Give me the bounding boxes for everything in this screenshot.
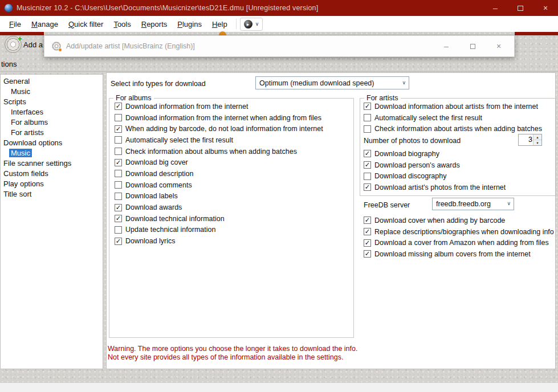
checkbox-row[interactable]: Automatically select the first result (364, 112, 552, 124)
tree-item-scripts[interactable]: Scripts (1, 96, 103, 107)
checkbox[interactable] (364, 150, 371, 157)
menu-manage[interactable]: Manage (26, 17, 63, 31)
checkbox[interactable] (115, 193, 122, 200)
main-titlebar[interactable]: Musicnizer 10.2 - C:\Users\User\Document… (0, 0, 558, 16)
info-type-label: Select info types for download (111, 80, 206, 88)
checkbox[interactable] (115, 181, 122, 189)
checkbox-row[interactable]: Download discography (364, 170, 552, 182)
menu-plugins[interactable]: Plugins (172, 17, 207, 31)
add-button-label[interactable]: Add a (23, 40, 43, 49)
checkbox[interactable] (115, 103, 122, 110)
spinner-buttons: ▲ ▼ (533, 134, 541, 145)
spinner-up-button[interactable]: ▲ (533, 134, 541, 140)
menu-separator (236, 19, 237, 29)
checkbox-row[interactable]: Download labels (115, 191, 348, 202)
checkbox[interactable] (115, 170, 122, 177)
window-controls: – × (483, 0, 558, 16)
tree-item-music[interactable]: Music (1, 86, 103, 96)
tree-item-file-scanner[interactable]: File scanner settings (1, 158, 103, 168)
checkbox[interactable] (115, 125, 122, 133)
checkbox-label: Download awards (125, 203, 182, 211)
options-tree: General Music Scripts Interfaces For alb… (0, 74, 103, 369)
checkbox[interactable] (364, 161, 371, 169)
checkbox-label: Download information from the internet w… (125, 114, 321, 122)
tree-item-title-sort[interactable]: Title sort (1, 189, 103, 199)
play-dropdown-button[interactable]: ▶ ∨ (240, 18, 263, 31)
menu-quick-filter[interactable]: Quick filter (63, 17, 108, 31)
checkbox[interactable] (115, 226, 122, 234)
checkbox[interactable] (364, 217, 371, 224)
extra-checkbox-list: Download cover when adding by barcode Re… (364, 215, 552, 260)
checkbox[interactable] (364, 103, 371, 110)
checkbox-row[interactable]: Download person's awards (364, 160, 552, 171)
checkbox-row[interactable]: Download cover when adding by barcode (364, 215, 552, 226)
checkbox-row[interactable]: Download awards (115, 202, 348, 213)
spinner-value[interactable]: 3 (519, 134, 533, 145)
menu-help[interactable]: Help (207, 17, 233, 31)
checkbox-row[interactable]: When adding by barcode, do not load info… (115, 123, 348, 134)
checkbox-row[interactable]: Download lyrics (115, 235, 348, 247)
menu-reports[interactable]: Reports (136, 17, 173, 31)
checkbox[interactable] (115, 204, 122, 211)
tree-item-download-options[interactable]: Download options (1, 137, 103, 148)
checkbox-row[interactable]: Replace descriptions/biographies when do… (364, 226, 552, 238)
checkbox-row[interactable]: Check information about albums when addi… (115, 146, 348, 157)
checkbox[interactable] (364, 183, 371, 191)
checkbox-row[interactable]: Download artist's photos from the intern… (364, 182, 552, 193)
freedb-server-label: FreeDB server (364, 201, 410, 209)
tree-item-for-albums[interactable]: For albums (1, 117, 103, 127)
checkbox-row[interactable]: Download information from the internet w… (115, 112, 348, 124)
artists-checkbox-list-top: Download information about artists from … (364, 101, 552, 134)
checkbox-row[interactable]: Download technical information (115, 213, 348, 224)
dialog-maximize-button[interactable] (459, 36, 486, 56)
menu-file[interactable]: File (4, 17, 26, 31)
checkbox-row[interactable]: Download description (115, 168, 348, 179)
maximize-icon (470, 44, 475, 49)
maximize-icon (518, 6, 523, 11)
checkbox-label: Update technical information (125, 226, 215, 234)
maximize-button[interactable] (508, 0, 533, 16)
tree-item-interfaces[interactable]: Interfaces (1, 107, 103, 117)
checkbox[interactable] (364, 239, 371, 247)
checkbox[interactable] (115, 114, 122, 121)
checkbox[interactable] (364, 125, 371, 133)
tree-item-for-artists[interactable]: For artists (1, 127, 103, 137)
checkbox[interactable] (115, 238, 122, 245)
checkbox[interactable] (364, 114, 371, 121)
checkbox[interactable] (115, 148, 122, 155)
tree-item-general[interactable]: General (1, 76, 103, 86)
checkbox-row[interactable]: Download biography (364, 148, 552, 160)
photos-count-spinner[interactable]: 3 ▲ ▼ (518, 134, 542, 146)
menubar: File Manage Quick filter Tools Reports P… (0, 16, 558, 32)
dialog-close-button[interactable]: × (486, 36, 512, 56)
checkbox[interactable] (115, 136, 122, 144)
tree-item-download-music[interactable]: Music (1, 148, 103, 158)
menu-tools[interactable]: Tools (108, 17, 136, 31)
checkbox[interactable] (364, 250, 371, 258)
checkbox-label: Download biography (374, 150, 439, 158)
checkbox-row[interactable]: Download information about artists from … (364, 101, 552, 112)
info-type-combobox[interactable]: Optimum (medium download speed) ∨ (255, 76, 409, 89)
checkbox[interactable] (115, 159, 122, 166)
checkbox[interactable] (364, 173, 371, 180)
freedb-server-combobox[interactable]: freedb.freedb.org ∨ (432, 198, 514, 210)
checkbox[interactable] (115, 215, 122, 222)
checkbox-row[interactable]: Download missing album covers from the i… (364, 248, 552, 260)
checkbox[interactable] (364, 228, 371, 235)
tree-item-play-options[interactable]: Play options (1, 178, 103, 189)
checkbox-row[interactable]: Automatically select the first result (115, 134, 348, 146)
photos-count-label: Number of photos to download (364, 137, 461, 145)
minimize-button[interactable]: – (483, 0, 508, 16)
checkbox-label: Download person's awards (374, 161, 460, 169)
dialog-minimize-button[interactable]: – (433, 36, 459, 56)
tree-item-custom-fields[interactable]: Custom fields (1, 168, 103, 178)
checkbox-row[interactable]: Download big cover (115, 157, 348, 168)
checkbox-row[interactable]: Download information from the internet (115, 101, 348, 112)
spinner-down-button[interactable]: ▼ (533, 140, 541, 145)
checkbox-row[interactable]: Download comments (115, 179, 348, 191)
checkbox-row[interactable]: Update technical information (115, 224, 348, 236)
checkbox-row[interactable]: Check information about artists when add… (364, 123, 552, 134)
close-button[interactable]: × (533, 0, 558, 16)
add-update-artist-dialog-titlebar[interactable]: Add/update artist [MusicBrainz (English)… (44, 35, 515, 57)
checkbox-row[interactable]: Download a cover from Amazon when adding… (364, 237, 552, 248)
